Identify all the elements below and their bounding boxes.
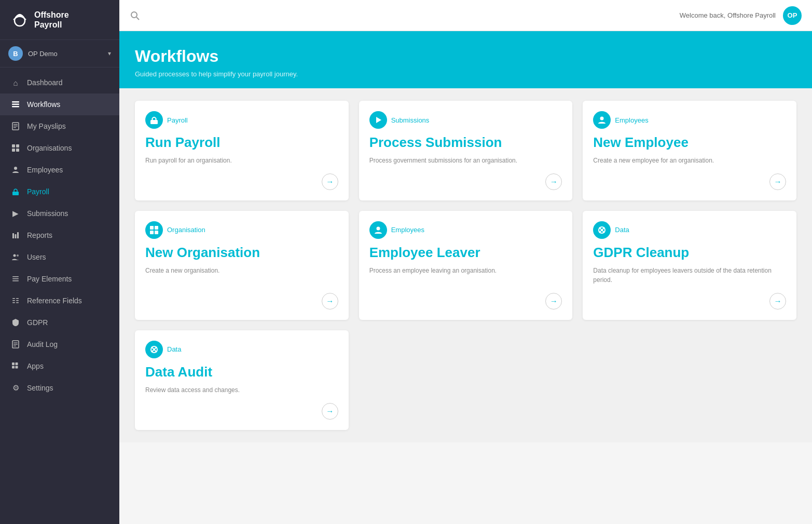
- content-area: Workflows Guided processes to help simpl…: [119, 31, 812, 524]
- sidebar-label-mypayslips: My Payslips: [27, 122, 66, 130]
- home-icon: ⌂: [10, 77, 21, 88]
- svg-rect-3: [12, 106, 19, 108]
- sidebar-item-users[interactable]: Users: [0, 246, 119, 268]
- card-arrow-button[interactable]: →: [769, 293, 786, 310]
- svg-point-12: [14, 167, 17, 170]
- sidebar-item-employees[interactable]: Employees: [0, 159, 119, 181]
- svg-rect-25: [16, 300, 19, 301]
- card-arrow-button[interactable]: →: [545, 173, 562, 190]
- workflow-card-data-audit[interactable]: Data Data Audit Review data access and c…: [135, 330, 349, 430]
- sidebar-label-employees: Employees: [27, 166, 63, 174]
- users-icon: [10, 252, 21, 262]
- workflow-card-new-employee[interactable]: Employees New Employee Create a new empl…: [583, 101, 796, 200]
- svg-rect-41: [150, 226, 154, 230]
- referencefields-icon: [10, 295, 21, 306]
- sidebar-item-payelements[interactable]: Pay Elements: [0, 268, 119, 290]
- sidebar-label-payroll: Payroll: [27, 187, 49, 196]
- card-tag-label: Employees: [391, 226, 424, 234]
- svg-rect-27: [16, 302, 19, 303]
- workflow-grid: Payroll Run Payroll Run payroll for an o…: [135, 101, 796, 430]
- card-tag: Data: [145, 341, 338, 358]
- sidebar-label-settings: Settings: [27, 384, 53, 392]
- sidebar-item-referencefields[interactable]: Reference Fields: [0, 290, 119, 312]
- sidebar-item-reports[interactable]: Reports: [0, 224, 119, 246]
- card-arrow-button[interactable]: →: [322, 173, 338, 190]
- svg-rect-29: [13, 343, 18, 343]
- workflow-card-new-organisation[interactable]: Organisation New Organisation Create a n…: [135, 211, 349, 320]
- card-tag: Payroll: [145, 111, 338, 129]
- svg-rect-15: [15, 234, 17, 238]
- apps-icon: [10, 361, 21, 371]
- payroll-icon: [10, 186, 21, 197]
- svg-rect-21: [12, 280, 19, 281]
- card-tag-label: Employees: [615, 116, 648, 124]
- payslips-icon: [10, 121, 21, 131]
- gdpr-icon: [10, 317, 21, 328]
- sidebar-item-auditlog[interactable]: Audit Log: [0, 333, 119, 355]
- card-tag-icon: [369, 111, 387, 129]
- sidebar-item-mypayslips[interactable]: My Payslips: [0, 115, 119, 137]
- svg-rect-9: [16, 144, 19, 147]
- sidebar-item-organisations[interactable]: Organisations: [0, 137, 119, 159]
- sidebar-item-payroll[interactable]: Payroll: [0, 181, 119, 203]
- card-tag-label: Organisation: [167, 226, 205, 234]
- workflow-card-run-payroll[interactable]: Payroll Run Payroll Run payroll for an o…: [135, 101, 349, 200]
- chevron-down-icon: ▾: [108, 50, 111, 57]
- card-tag-icon: [145, 221, 163, 239]
- user-avatar[interactable]: OP: [783, 6, 802, 25]
- sidebar-item-workflows[interactable]: Workflows: [0, 93, 119, 115]
- svg-point-36: [131, 12, 137, 18]
- employees-icon: [10, 165, 21, 175]
- sidebar-label-users: Users: [27, 253, 46, 261]
- org-name: OP Demo: [28, 50, 108, 58]
- svg-rect-34: [12, 366, 15, 369]
- card-description: Create a new organisation.: [145, 266, 338, 285]
- svg-marker-39: [376, 117, 381, 123]
- card-arrow-button[interactable]: →: [322, 403, 338, 420]
- svg-rect-44: [155, 231, 158, 234]
- svg-rect-13: [12, 192, 19, 195]
- organisations-icon: [10, 143, 21, 153]
- svg-rect-22: [12, 298, 15, 299]
- svg-rect-6: [13, 126, 18, 126]
- svg-point-45: [376, 226, 380, 230]
- logo-text: Offshore Payroll: [34, 10, 69, 30]
- search-button[interactable]: [130, 10, 140, 21]
- card-title: GDPR Cleanup: [593, 245, 786, 261]
- sidebar: Offshore Payroll B OP Demo ▾ ⌂ Dashboard…: [0, 0, 119, 524]
- svg-point-17: [13, 254, 16, 257]
- sidebar-item-apps[interactable]: Apps: [0, 355, 119, 377]
- svg-rect-2: [12, 104, 19, 105]
- card-arrow-button[interactable]: →: [545, 293, 562, 310]
- card-arrow-button[interactable]: →: [769, 173, 786, 190]
- sidebar-label-referencefields: Reference Fields: [27, 297, 82, 305]
- svg-rect-31: [13, 346, 16, 346]
- card-description: Create a new employee for an organisatio…: [593, 156, 786, 165]
- sidebar-item-settings[interactable]: ⚙ Settings: [0, 377, 119, 399]
- card-arrow-button[interactable]: →: [322, 293, 338, 310]
- sidebar-org[interactable]: B OP Demo ▾: [0, 40, 119, 68]
- main-content: Welcome back, Offshore Payroll OP Workfl…: [119, 0, 812, 524]
- logo-icon: [10, 9, 29, 30]
- workflow-card-process-submission[interactable]: Submissions Process Submission Process g…: [359, 101, 573, 200]
- svg-rect-30: [13, 344, 18, 345]
- card-tag: Organisation: [145, 221, 338, 239]
- card-arrow: →: [593, 293, 786, 310]
- card-tag-icon: [369, 221, 387, 239]
- workflow-card-employee-leaver[interactable]: Employees Employee Leaver Process an emp…: [359, 211, 573, 320]
- workflow-card-gdpr-cleanup[interactable]: Data GDPR Cleanup Data cleanup for emplo…: [583, 211, 796, 320]
- svg-line-37: [136, 17, 139, 20]
- sidebar-label-workflows: Workflows: [27, 100, 60, 109]
- page-header: Workflows Guided processes to help simpl…: [119, 31, 812, 88]
- org-avatar: B: [8, 46, 23, 61]
- svg-rect-33: [16, 362, 18, 365]
- sidebar-label-dashboard: Dashboard: [27, 78, 63, 87]
- card-description: Process an employee leaving an organisat…: [369, 266, 562, 285]
- sidebar-nav: ⌂ Dashboard Workflows: [0, 68, 119, 524]
- sidebar-item-gdpr[interactable]: GDPR: [0, 312, 119, 333]
- svg-rect-10: [12, 149, 15, 152]
- sidebar-item-dashboard[interactable]: ⌂ Dashboard: [0, 72, 119, 93]
- card-tag-icon: [145, 341, 163, 358]
- sidebar-item-submissions[interactable]: ▶ Submissions: [0, 203, 119, 224]
- card-description: Run payroll for an organisation.: [145, 156, 338, 165]
